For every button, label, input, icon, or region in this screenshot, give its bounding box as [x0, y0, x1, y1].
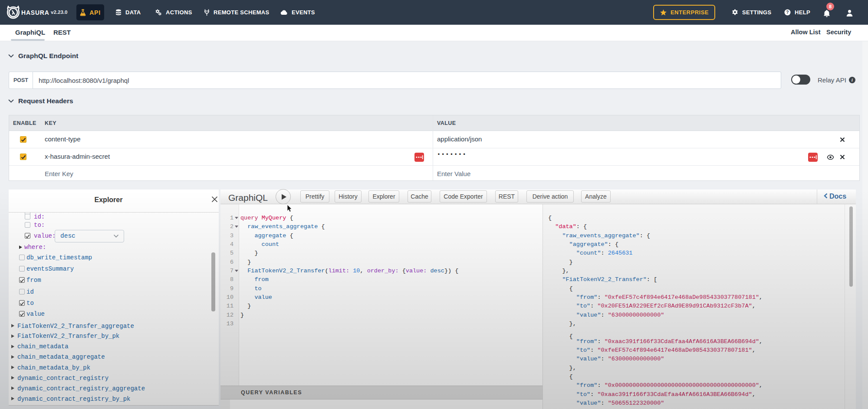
- svg-text:?: ?: [786, 10, 789, 15]
